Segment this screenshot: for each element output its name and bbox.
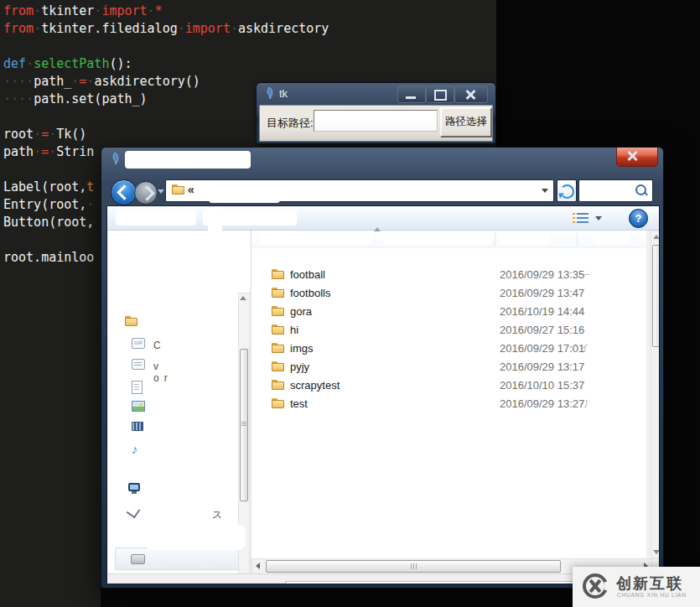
- horizontal-scroll-thumb[interactable]: [266, 560, 561, 573]
- folder-date: 2016/09/29 13:27: [500, 397, 584, 410]
- tk-window-title: tk: [279, 87, 288, 100]
- folder-date: 2016/09/29 13:17: [500, 361, 584, 373]
- censored-label-fragment: C: [153, 340, 166, 351]
- censored-type-fragment: イ: [580, 342, 589, 355]
- list-vertical-scrollbar[interactable]: [651, 231, 660, 558]
- forward-button[interactable]: [134, 181, 158, 205]
- censor-blob-header: [500, 233, 550, 245]
- column-separator[interactable]: [495, 232, 495, 246]
- gif-box-icon: [132, 338, 145, 349]
- box-icon: [132, 359, 145, 370]
- folder-date: 2016/10/19 14:44: [500, 305, 584, 318]
- folder-icon: [272, 324, 285, 335]
- column-separator[interactable]: [577, 232, 578, 246]
- scroll-up-icon[interactable]: [653, 235, 660, 239]
- folder-icon: [272, 361, 285, 372]
- maximize-icon: [434, 90, 447, 101]
- folder-row-pyjy[interactable]: pyjy2016/09/29 13:17: [251, 358, 646, 376]
- censor-blob-header: [260, 233, 371, 245]
- target-path-label: 目标路径:: [267, 116, 314, 131]
- folder-name: pyjy: [290, 361, 309, 373]
- sidebar-item-selected[interactable]: [115, 547, 244, 570]
- censored-type-fragment: 、: [580, 379, 589, 392]
- folder-icon: [272, 288, 285, 298]
- path-select-button[interactable]: 路径选择: [440, 107, 492, 137]
- folder-row-hi[interactable]: hi2016/09/27 15:16: [251, 321, 646, 340]
- censor-blob-title: [125, 151, 251, 169]
- folder-pair-icon: [125, 316, 138, 327]
- maximize-button[interactable]: [426, 86, 454, 103]
- folder-name: hi: [290, 324, 298, 336]
- scroll-left-icon[interactable]: [256, 563, 260, 569]
- censored-type-fragment: —: [580, 268, 589, 278]
- folder-row-scrapytest[interactable]: scrapytest2016/10/10 15:37、: [251, 376, 646, 395]
- close-button[interactable]: [454, 86, 488, 103]
- screen: from·tkinter·import·*from·tkinter.filedi…: [0, 0, 700, 607]
- breadcrumb-overflow-chevrons[interactable]: «: [188, 183, 194, 196]
- code-line: def·selectPath():: [3, 55, 329, 73]
- censor-blob-selected-item: [145, 525, 246, 550]
- tkinter-feather-icon: [264, 87, 274, 99]
- folder-name: gora: [290, 305, 312, 318]
- tk-window: tk 目标路径: 路径选择: [256, 82, 496, 144]
- censor-blob-header: [382, 233, 491, 245]
- folder-icon: [272, 306, 285, 317]
- address-dropdown-icon[interactable]: [542, 189, 548, 193]
- view-dropdown-icon[interactable]: [595, 216, 602, 220]
- folder-row-gora[interactable]: gora2016/10/19 14:44·: [251, 303, 646, 321]
- folder-name: imgs: [290, 342, 313, 355]
- censor-blob-search: [583, 183, 635, 195]
- video-icon: [132, 422, 143, 431]
- folder-icon: [272, 380, 285, 391]
- censor-blob-header: [594, 234, 629, 244]
- folder-icon: [172, 184, 185, 195]
- back-arrow-icon: [117, 184, 132, 200]
- file-list: football2016/09/29 13:35—footbolls2016/0…: [251, 231, 646, 583]
- scroll-down-icon[interactable]: [653, 550, 660, 554]
- watermark-cn-text: 创新互联: [616, 573, 683, 594]
- minimize-icon: [406, 96, 416, 99]
- sort-arrow-icon: [374, 227, 381, 231]
- folder-name: test: [290, 397, 308, 410]
- dialog-content: C v or ス: [106, 205, 660, 584]
- back-button[interactable]: [111, 179, 137, 205]
- folder-name: scrapytest: [290, 379, 340, 392]
- tkinter-feather-icon: [110, 153, 120, 164]
- computer-icon: [128, 483, 140, 491]
- history-dropdown-icon[interactable]: [158, 189, 164, 194]
- target-path-input[interactable]: [314, 110, 438, 132]
- pictures-icon: [132, 401, 145, 412]
- sidebar-scroll-thumb[interactable]: [240, 349, 248, 501]
- folder-row-imgs[interactable]: imgs2016/09/29 17:01イ: [251, 340, 646, 358]
- help-button[interactable]: [629, 209, 648, 228]
- folder-name: football: [290, 268, 325, 281]
- folder-icon: [272, 269, 285, 280]
- code-line: [3, 38, 329, 55]
- forward-arrow-icon: [139, 185, 154, 200]
- censor-stripe: [208, 205, 222, 464]
- folder-date: 2016/09/27 15:16: [500, 324, 584, 336]
- command-toolbar: [107, 206, 659, 231]
- minimize-button[interactable]: [397, 86, 426, 103]
- scroll-up-icon[interactable]: [240, 296, 246, 300]
- refresh-button[interactable]: [557, 179, 577, 202]
- tk-titlebar[interactable]: tk: [257, 83, 495, 105]
- watermark-en-text: CHUANG XIN HU LIAN: [617, 592, 687, 598]
- code-line: from·tkinter·import·*: [3, 3, 329, 20]
- censored-type-fragment: リ: [580, 397, 589, 410]
- folder-icon: [272, 343, 285, 354]
- column-header-row[interactable]: [251, 231, 646, 248]
- vertical-scroll-thumb[interactable]: [652, 245, 660, 347]
- folder-dialog: « C v or: [101, 147, 664, 589]
- folder-row-test[interactable]: test2016/09/29 13:27リ: [251, 395, 646, 413]
- folder-date: 2016/10/10 15:37: [500, 379, 584, 392]
- drive-icon: [131, 554, 145, 564]
- close-button[interactable]: [616, 148, 658, 167]
- censored-type-fragment: ·: [580, 305, 583, 315]
- tk-client-area: 目标路径: 路径选择: [259, 105, 493, 142]
- folder-row-footbolls[interactable]: footbolls2016/09/29 13:47: [251, 284, 646, 303]
- folder-date: 2016/09/29 17:01: [500, 342, 584, 355]
- censored-label-fragment: v or: [153, 361, 173, 384]
- view-mode-icon[interactable]: [577, 213, 589, 223]
- folder-row-football[interactable]: football2016/09/29 13:35—: [251, 266, 646, 284]
